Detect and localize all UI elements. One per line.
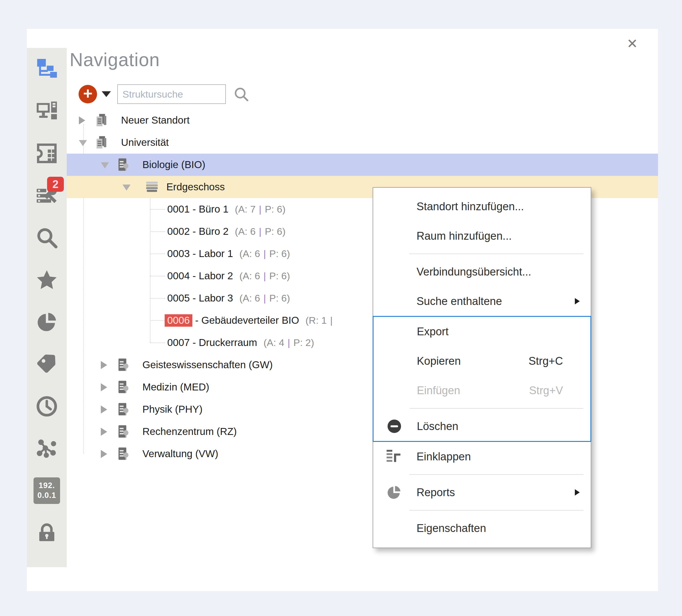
menu-item-suche-enthaltene[interactable]: Suche enthaltene — [373, 287, 591, 316]
room-counts: (A: 7 | P: 6) — [235, 204, 286, 214]
node-name: Neuer Standort — [121, 114, 189, 126]
node-name: Medizin (MED) — [142, 381, 209, 392]
tree-row[interactable]: Neuer Standort — [67, 109, 658, 131]
tree-row-label: Medizin (MED) — [142, 381, 209, 393]
add-button[interactable]: + — [78, 85, 97, 104]
tools-badge: 2 — [47, 177, 64, 192]
count-separator: | — [258, 226, 262, 237]
site-icon-wrap — [93, 135, 109, 151]
building-icon — [115, 357, 131, 373]
menu-item-label: Einfügen — [417, 384, 460, 397]
room-counts: (R: 1 | — [305, 315, 333, 326]
count-separator: | — [329, 315, 333, 326]
sidebar-item-history[interactable] — [27, 385, 67, 428]
building-icon-wrap — [115, 357, 131, 373]
collapse-expander-icon[interactable] — [101, 162, 109, 168]
room-number: 0001 — [167, 203, 190, 214]
menu-item-shortcut: Strg+V — [529, 384, 590, 397]
sidebar-item-tags[interactable] — [27, 343, 67, 385]
tree-row-label: Neuer Standort — [121, 114, 189, 126]
expand-expander-icon[interactable] — [101, 383, 107, 391]
node-name: Labor 3 — [199, 292, 233, 303]
sidebar-item-search[interactable] — [27, 216, 67, 259]
site-icon — [93, 135, 109, 151]
floor-icon-wrap — [144, 179, 160, 195]
count-separator: | — [263, 270, 267, 281]
icon-sidebar: 2 — [27, 48, 67, 567]
tree-connector-stub — [150, 343, 165, 343]
tree-row[interactable]: Biologie (BIO) — [67, 154, 658, 176]
sidebar-item-reports[interactable] — [27, 301, 67, 343]
clipboard-group: ExportKopierenStrg+CEinfügenStrg+VLösche… — [372, 316, 591, 442]
sidebar-item-floorplan[interactable] — [27, 132, 67, 175]
count-separator: | — [263, 248, 267, 259]
minus-circle-icon — [386, 418, 402, 434]
room-counts: (A: 6 | P: 6) — [240, 248, 290, 259]
collapse-expander-icon[interactable] — [122, 185, 131, 190]
close-icon[interactable]: ✕ — [627, 37, 638, 50]
menu-item-label: Eigenschaften — [416, 522, 486, 534]
floorplan-icon — [35, 142, 58, 165]
submenu-arrow-icon — [575, 298, 580, 304]
tree-row-label: Geisteswissenschaften (GW) — [142, 359, 273, 370]
menu-divider — [410, 408, 583, 409]
sidebar-item-lock[interactable] — [27, 512, 67, 554]
collapse-expander-icon[interactable] — [79, 140, 87, 146]
page-title: Navigation — [70, 49, 160, 70]
tree-connector-stub — [150, 320, 165, 321]
sidebar-item-connections[interactable] — [27, 428, 67, 470]
node-name: Labor 2 — [199, 270, 233, 281]
menu-item-eigenschaften[interactable]: Eigenschaften — [373, 514, 591, 543]
sidebar-item-devices[interactable] — [27, 90, 67, 132]
menu-item-standort-hinzufügen[interactable]: Standort hinzufügen... — [373, 192, 591, 221]
add-dropdown-caret-icon[interactable] — [102, 91, 111, 97]
node-name: Rechenzentrum (RZ) — [142, 426, 237, 437]
menu-item-export[interactable]: Export — [373, 317, 590, 346]
menu-item-raum-hinzufügen[interactable]: Raum hinzufügen... — [373, 221, 591, 251]
tree-row-label: Rechenzentrum (RZ) — [142, 426, 237, 437]
room-number: 0007 — [167, 337, 190, 348]
menu-item-reports[interactable]: Reports — [373, 478, 591, 507]
menu-divider — [409, 510, 584, 510]
expand-expander-icon[interactable] — [79, 116, 85, 124]
count-separator: | — [258, 204, 262, 214]
room-counts: (A: 6 | P: 6) — [235, 226, 286, 237]
node-name: Physik (PHY) — [142, 404, 203, 415]
menu-item-verbindungsübersicht[interactable]: Verbindungsübersicht... — [373, 257, 591, 287]
tree-row-label: 0005 - Labor 3(A: 6 | P: 6) — [167, 292, 290, 304]
context-menu: Standort hinzufügen...Raum hinzufügen...… — [372, 187, 591, 548]
collapse-icon-wrap — [386, 449, 402, 465]
expand-expander-icon[interactable] — [101, 450, 107, 458]
room-number: 0004 — [167, 270, 190, 281]
node-name: Labor 1 — [199, 248, 233, 259]
tree-row-label: 0002 - Büro 2(A: 6 | P: 6) — [167, 226, 286, 237]
workstation-icon — [35, 100, 58, 123]
ip-address-icon: 192.0.0.1 — [33, 477, 60, 504]
structure-search-input[interactable] — [117, 84, 226, 104]
expand-expander-icon[interactable] — [101, 428, 107, 436]
menu-item-label: Suche enthaltene — [416, 295, 502, 307]
sidebar-item-topology[interactable] — [27, 48, 67, 90]
tree-connector-stub — [150, 254, 165, 254]
node-name: Gebäudeverteiler BIO — [201, 315, 299, 326]
search-icon — [35, 226, 58, 249]
sidebar-item-favorites[interactable] — [27, 259, 67, 301]
tree-row-label: 0001 - Büro 1(A: 7 | P: 6) — [167, 203, 286, 215]
pie-icon-wrap — [386, 484, 402, 501]
floor-icon — [144, 179, 160, 195]
graph-icon — [35, 437, 58, 460]
expand-expander-icon[interactable] — [101, 406, 107, 414]
building-icon — [115, 424, 131, 439]
sidebar-item-tools[interactable]: 2 — [27, 175, 67, 216]
menu-item-label: Reports — [416, 486, 455, 499]
node-name: Erdgeschoss — [166, 181, 225, 192]
menu-item-kopieren[interactable]: KopierenStrg+C — [373, 346, 590, 376]
sidebar-item-ip-address[interactable]: 192.0.0.1 — [27, 470, 67, 512]
collapse-icon — [386, 449, 402, 465]
menu-item-einfügen[interactable]: EinfügenStrg+V — [373, 376, 590, 405]
search-submit-button[interactable] — [233, 86, 250, 102]
menu-item-einklappen[interactable]: Einklappen — [373, 442, 591, 471]
tree-row[interactable]: Universität — [67, 131, 658, 154]
expand-expander-icon[interactable] — [101, 361, 107, 369]
menu-item-löschen[interactable]: Löschen — [373, 412, 590, 441]
